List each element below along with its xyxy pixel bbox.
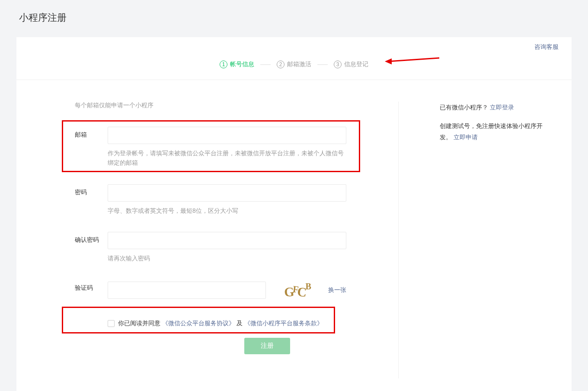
step-divider <box>260 64 271 65</box>
email-label: 邮箱 <box>75 127 108 168</box>
step-divider <box>317 64 328 65</box>
password-row: 密码 字母、数字或者英文符号，最短8位，区分大小写 <box>75 184 372 215</box>
captcha-label: 验证码 <box>75 280 108 301</box>
email-row: 邮箱 作为登录帐号，请填写未被微信公众平台注册，未被微信开放平台注册，未被个人微… <box>75 127 372 168</box>
register-button[interactable]: 注册 <box>244 338 290 354</box>
step-3-num: 3 <box>334 61 342 68</box>
confirm-password-row: 确认密码 请再次输入密码 <box>75 232 372 263</box>
agreement-link-2[interactable]: 《微信小程序平台服务条款》 <box>244 320 323 327</box>
step-3-label: 信息登记 <box>344 61 368 68</box>
captcha-image[interactable]: GFCB <box>273 280 321 301</box>
password-input[interactable] <box>108 184 346 202</box>
login-link[interactable]: 立即登录 <box>490 104 514 111</box>
step-account: 1 帐号信息 <box>220 61 254 68</box>
agreement-link-1[interactable]: 《微信公众平台服务协议》 <box>162 320 235 327</box>
step-1-num: 1 <box>220 61 227 68</box>
step-email-activate: 2 邮箱激活 <box>277 61 311 68</box>
email-input[interactable] <box>108 127 346 144</box>
page-title: 小程序注册 <box>0 0 588 24</box>
apply-link[interactable]: 立即申请 <box>454 134 478 141</box>
confirm-label: 确认密码 <box>75 232 108 263</box>
agreement-mid: 及 <box>236 320 243 327</box>
captcha-input[interactable] <box>108 282 266 299</box>
existing-account-line: 已有微信小程序？ 立即登录 <box>440 102 546 113</box>
steps-bar: 1 帐号信息 2 邮箱激活 3 信息登记 <box>16 37 572 80</box>
step-info-register: 3 信息登记 <box>334 61 368 68</box>
form-column: 每个邮箱仅能申请一个小程序 邮箱 作为登录帐号，请填写未被微信公众平台注册，未被… <box>16 102 399 378</box>
agreement-prefix: 你已阅读并同意 <box>118 320 160 327</box>
test-account-line: 创建测试号，免注册快速体验小程序开发。 立即申请 <box>440 120 546 143</box>
step-1-label: 帐号信息 <box>230 61 254 68</box>
captcha-row: 验证码 GFCB 换一张 <box>75 280 372 301</box>
agreement-text: 你已阅读并同意 《微信公众平台服务协议》 及 《微信小程序平台服务条款》 <box>118 320 323 327</box>
password-help: 字母、数字或者英文符号，最短8位，区分大小写 <box>108 206 346 215</box>
svg-marker-1 <box>385 58 392 64</box>
body-area: 每个邮箱仅能申请一个小程序 邮箱 作为登录帐号，请填写未被微信公众平台注册，未被… <box>16 80 572 391</box>
existing-prefix: 已有微信小程序？ <box>440 104 488 111</box>
arrow-annotation-icon <box>384 56 440 67</box>
side-column: 已有微信小程序？ 立即登录 创建测试号，免注册快速体验小程序开发。 立即申请 <box>399 102 572 378</box>
confirm-help: 请再次输入密码 <box>108 253 346 263</box>
captcha-refresh-link[interactable]: 换一张 <box>328 286 346 294</box>
main-panel: 咨询客服 1 帐号信息 2 邮箱激活 3 信息登记 每个邮箱仅能申请一个小程序 … <box>16 37 572 391</box>
password-label: 密码 <box>75 184 108 215</box>
step-2-label: 邮箱激活 <box>287 61 311 68</box>
agreement-row-wrap: 你已阅读并同意 《微信公众平台服务协议》 及 《微信小程序平台服务条款》 注册 <box>75 317 372 354</box>
step-2-num: 2 <box>277 61 284 68</box>
agreement-checkbox[interactable] <box>108 320 115 327</box>
confirm-password-input[interactable] <box>108 232 346 249</box>
email-help: 作为登录帐号，请填写未被微信公众平台注册，未被微信开放平台注册，未被个人微信号绑… <box>108 148 346 168</box>
top-hint: 每个邮箱仅能申请一个小程序 <box>75 102 372 109</box>
svg-line-0 <box>388 58 439 61</box>
